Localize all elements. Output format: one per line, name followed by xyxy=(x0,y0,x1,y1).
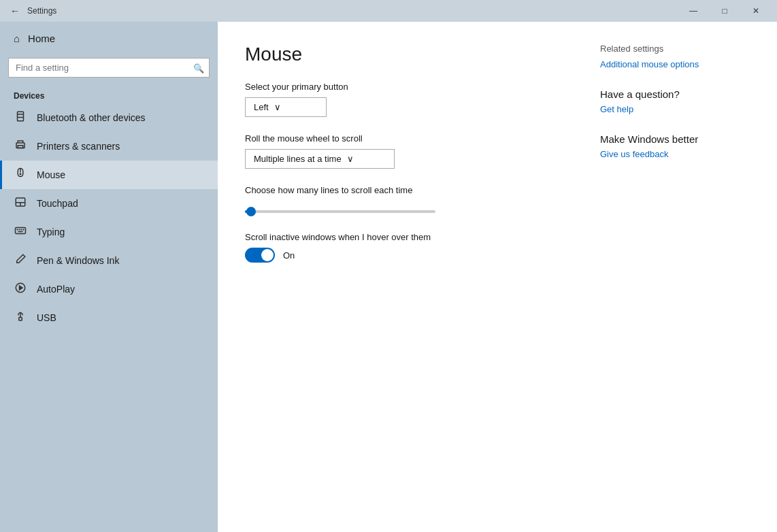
toggle-state-label: On xyxy=(283,250,295,261)
primary-button-label: Select your primary button xyxy=(245,82,573,92)
sidebar-item-usb[interactable]: USB xyxy=(0,303,218,332)
window-controls: — □ ✕ xyxy=(678,0,772,22)
bluetooth-icon xyxy=(14,110,27,125)
touchpad-label: Touchpad xyxy=(37,198,78,209)
svg-rect-19 xyxy=(19,318,22,321)
usb-icon xyxy=(14,310,27,325)
scroll-wheel-section: Roll the mouse wheel to scroll Multiple … xyxy=(245,133,573,169)
typing-label: Typing xyxy=(37,227,65,237)
make-windows-better-section: Make Windows better Give us feedback xyxy=(600,133,750,159)
home-icon: ⌂ xyxy=(14,33,20,44)
content-main: Mouse Select your primary button Left ∨ … xyxy=(245,44,573,510)
svg-point-7 xyxy=(20,173,21,175)
scroll-wheel-dropdown[interactable]: Multiple lines at a time ∨ xyxy=(245,149,395,169)
svg-marker-18 xyxy=(20,286,23,290)
give-us-feedback-link[interactable]: Give us feedback xyxy=(600,149,750,159)
have-a-question-section: Have a question? Get help xyxy=(600,88,750,114)
scroll-inactive-toggle[interactable] xyxy=(245,248,275,263)
sidebar-item-autoplay[interactable]: AutoPlay xyxy=(0,275,218,303)
pen-icon xyxy=(14,253,27,268)
sidebar-item-bluetooth[interactable]: Bluetooth & other devices xyxy=(0,103,218,132)
maximize-button[interactable]: □ xyxy=(709,0,740,22)
primary-button-section: Select your primary button Left ∨ xyxy=(245,82,573,117)
printer-icon xyxy=(14,139,27,154)
scroll-wheel-label: Roll the mouse wheel to scroll xyxy=(245,133,573,144)
close-button[interactable]: ✕ xyxy=(740,0,772,22)
svg-rect-11 xyxy=(16,228,26,234)
slider-thumb[interactable] xyxy=(246,207,256,216)
printers-label: Printers & scanners xyxy=(37,141,120,152)
scroll-lines-label: Choose how many lines to scroll each tim… xyxy=(245,185,573,195)
back-icon: ← xyxy=(10,5,20,16)
scroll-lines-slider-container xyxy=(245,201,573,216)
minimize-button[interactable]: — xyxy=(678,0,709,22)
sidebar-item-home[interactable]: ⌂ Home xyxy=(0,22,218,55)
mouse-label: Mouse xyxy=(37,169,65,180)
back-button[interactable]: ← xyxy=(5,1,24,20)
make-windows-better-heading: Make Windows better xyxy=(600,133,750,145)
primary-button-dropdown[interactable]: Left ∨ xyxy=(245,97,327,117)
titlebar: ← Settings — □ ✕ xyxy=(0,0,777,22)
mouse-icon xyxy=(14,167,27,182)
main-layout: ⌂ Home 🔍 Devices Bluetooth & other devic… xyxy=(0,22,777,532)
sidebar-item-touchpad[interactable]: Touchpad xyxy=(0,189,218,218)
primary-button-value: Left xyxy=(254,102,269,112)
section-label: Devices xyxy=(0,86,218,103)
toggle-row: On xyxy=(245,248,573,263)
scroll-lines-section: Choose how many lines to scroll each tim… xyxy=(245,185,573,216)
scroll-inactive-section: Scroll inactive windows when I hover ove… xyxy=(245,232,573,263)
home-label: Home xyxy=(28,33,55,44)
sidebar-item-printers[interactable]: Printers & scanners xyxy=(0,132,218,161)
search-icon: 🔍 xyxy=(193,63,204,73)
svg-rect-0 xyxy=(18,112,24,121)
scroll-wheel-value: Multiple lines at a time xyxy=(254,154,342,164)
have-a-question-heading: Have a question? xyxy=(600,88,750,100)
pen-label: Pen & Windows Ink xyxy=(37,255,119,266)
primary-button-chevron: ∨ xyxy=(274,102,281,112)
autoplay-label: AutoPlay xyxy=(37,284,75,295)
search-input[interactable] xyxy=(8,58,210,78)
titlebar-title: Settings xyxy=(27,6,678,16)
related-settings-heading: Related settings xyxy=(600,44,750,54)
scroll-wheel-chevron: ∨ xyxy=(347,154,354,164)
sidebar-item-pen[interactable]: Pen & Windows Ink xyxy=(0,246,218,275)
touchpad-icon xyxy=(14,196,27,211)
sidebar-item-mouse[interactable]: Mouse xyxy=(0,161,218,189)
toggle-thumb xyxy=(261,249,274,261)
typing-icon xyxy=(14,225,27,239)
sidebar: ⌂ Home 🔍 Devices Bluetooth & other devic… xyxy=(0,22,218,532)
scroll-inactive-label: Scroll inactive windows when I hover ove… xyxy=(245,232,573,242)
bluetooth-label: Bluetooth & other devices xyxy=(37,112,146,123)
content-area: Mouse Select your primary button Left ∨ … xyxy=(218,22,777,532)
autoplay-icon xyxy=(14,282,27,297)
related-settings-section: Related settings Additional mouse option… xyxy=(600,44,750,69)
sidebar-item-typing[interactable]: Typing xyxy=(0,218,218,246)
search-container: 🔍 xyxy=(8,58,210,78)
additional-mouse-options-link[interactable]: Additional mouse options xyxy=(600,59,750,69)
slider-track xyxy=(245,210,435,213)
svg-rect-4 xyxy=(18,146,23,148)
page-title: Mouse xyxy=(245,44,573,65)
content-right-panel: Related settings Additional mouse option… xyxy=(600,44,750,510)
usb-label: USB xyxy=(37,312,56,323)
get-help-link[interactable]: Get help xyxy=(600,104,750,114)
